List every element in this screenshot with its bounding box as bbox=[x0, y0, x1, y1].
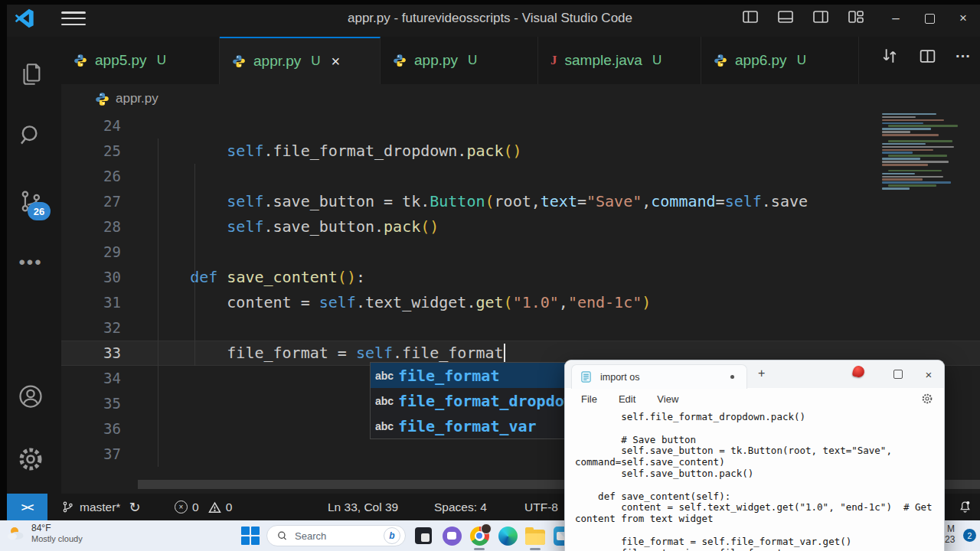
problems-status[interactable]: × 0 0 bbox=[175, 494, 232, 520]
taskbar-search[interactable]: Search b bbox=[266, 525, 406, 546]
tab-label: app6.py bbox=[735, 52, 787, 69]
tab-app6.py[interactable]: app6.pyU bbox=[701, 37, 859, 84]
line-code: self.save_button = tk.Button(root,text="… bbox=[153, 189, 808, 214]
customize-layout-icon[interactable] bbox=[847, 8, 865, 26]
notepad-menu-view[interactable]: View bbox=[652, 392, 684, 406]
chat-button[interactable] bbox=[442, 526, 462, 546]
weather-widget[interactable]: 84°F Mostly cloudy bbox=[6, 523, 83, 543]
notepad-tab[interactable]: import os bbox=[571, 364, 747, 389]
line-code: content = self.text_widget.get("1.0","en… bbox=[153, 290, 651, 315]
notepad-tab-title: import os bbox=[600, 372, 639, 383]
indentation-status[interactable]: Spaces: 4 bbox=[434, 494, 487, 520]
explorer-icon[interactable] bbox=[0, 54, 61, 95]
source-control-badge: 26 bbox=[28, 202, 51, 220]
source-control-icon[interactable]: 26 bbox=[0, 181, 61, 222]
file-explorer-icon[interactable] bbox=[525, 526, 545, 546]
code-line-30[interactable]: 30 def save_content(): bbox=[61, 265, 980, 290]
search-placeholder: Search bbox=[295, 530, 384, 542]
bell-icon bbox=[958, 500, 972, 514]
menu-hamburger-icon[interactable] bbox=[61, 11, 86, 25]
notepad-content[interactable]: self.file_format_dropdown.pack() # Save … bbox=[565, 409, 944, 551]
notepad-close-button[interactable]: × bbox=[913, 360, 944, 388]
symbol-text-icon: abc bbox=[371, 370, 398, 382]
minimize-button[interactable]: – bbox=[879, 0, 913, 37]
git-status-badge: U bbox=[157, 53, 166, 68]
python-icon bbox=[714, 54, 727, 67]
suggest-label: file_format_var bbox=[398, 417, 537, 435]
line-number: 30 bbox=[61, 265, 121, 290]
account-icon[interactable] bbox=[0, 376, 61, 417]
line-code: def save_content(): bbox=[153, 265, 365, 290]
cursor-position[interactable]: Ln 33, Col 39 bbox=[328, 494, 398, 520]
branch-name: master* bbox=[80, 500, 120, 514]
notepad-new-tab-button[interactable]: + bbox=[758, 367, 765, 380]
code-line-27[interactable]: 27 self.save_button = tk.Button(root,tex… bbox=[61, 189, 980, 214]
code-line-31[interactable]: 31 content = self.text_widget.get("1.0",… bbox=[61, 290, 980, 315]
branch-icon bbox=[61, 500, 74, 514]
toggle-panel-icon[interactable] bbox=[776, 8, 795, 26]
split-editor-icon[interactable] bbox=[918, 47, 937, 66]
remote-indicator[interactable]: >< bbox=[7, 494, 47, 520]
error-icon: × bbox=[175, 500, 188, 514]
close-button[interactable]: × bbox=[946, 0, 980, 37]
swap-editors-icon[interactable] bbox=[880, 46, 900, 66]
line-code: self.file_format_dropdown.pack() bbox=[153, 139, 522, 164]
notepad-restore-button[interactable] bbox=[883, 360, 913, 388]
notepad-menubar: FileEditView bbox=[565, 388, 944, 409]
sync-icon: ↻ bbox=[129, 499, 140, 516]
suggest-label: file_format bbox=[398, 367, 499, 385]
code-line-32[interactable]: 32 bbox=[61, 315, 980, 341]
search-icon[interactable] bbox=[0, 115, 61, 156]
minimap[interactable] bbox=[882, 113, 968, 191]
taskbar-clock[interactable]: M 23 2 bbox=[945, 520, 980, 551]
breadcrumb[interactable]: appr.py bbox=[61, 84, 980, 113]
tab-label: app5.py bbox=[95, 52, 147, 69]
code-line-29[interactable]: 29 bbox=[61, 240, 980, 265]
restore-button[interactable] bbox=[913, 0, 946, 37]
suggest-label: file_format_dropdown bbox=[398, 392, 583, 410]
more-views-icon[interactable]: ••• bbox=[0, 242, 61, 283]
line-number: 24 bbox=[61, 113, 121, 139]
git-status-badge: U bbox=[311, 54, 320, 69]
tab-label: app.py bbox=[414, 52, 458, 69]
notifications-bell[interactable] bbox=[958, 494, 972, 520]
symbol-text-icon: abc bbox=[371, 395, 398, 407]
indent-guide bbox=[194, 164, 195, 366]
task-view-button[interactable] bbox=[413, 526, 433, 546]
line-number: 36 bbox=[61, 416, 121, 442]
notepad-text: self.file_format_dropdown.pack() # Save … bbox=[565, 412, 944, 551]
line-number: 26 bbox=[61, 164, 121, 189]
edge-icon[interactable] bbox=[498, 526, 518, 546]
notification-badge: 2 bbox=[963, 529, 976, 542]
notepad-titlebar[interactable]: import os + × bbox=[565, 360, 944, 388]
toggle-secondary-sidebar-icon[interactable] bbox=[812, 8, 830, 26]
code-line-24[interactable]: 24 bbox=[61, 113, 980, 139]
more-actions-icon[interactable]: ··· bbox=[956, 47, 971, 65]
tab-sample.java[interactable]: Jsample.javaU bbox=[538, 37, 701, 84]
running-indicator bbox=[474, 548, 485, 550]
tab-app.py[interactable]: app.pyU bbox=[381, 37, 538, 84]
code-line-28[interactable]: 28 self.save_button.pack() bbox=[61, 214, 980, 240]
toggle-sidebar-icon[interactable] bbox=[741, 8, 760, 26]
encoding-status[interactable]: UTF-8 bbox=[524, 494, 558, 520]
code-line-25[interactable]: 25 self.file_format_dropdown.pack() bbox=[61, 139, 980, 164]
settings-gear-icon[interactable] bbox=[0, 439, 61, 480]
vscode-logo-icon bbox=[14, 8, 35, 29]
tab-close-icon[interactable]: × bbox=[332, 54, 341, 69]
tab-appr.py[interactable]: appr.pyU× bbox=[220, 37, 381, 84]
git-status-badge: U bbox=[652, 53, 662, 68]
start-button[interactable] bbox=[240, 526, 260, 546]
notepad-menu-file[interactable]: File bbox=[576, 392, 603, 406]
git-status-badge: U bbox=[797, 53, 806, 68]
git-branch-status[interactable]: master* ↻ bbox=[61, 494, 141, 520]
line-code: self.save_button.pack() bbox=[153, 214, 439, 240]
code-line-26[interactable]: 26 bbox=[61, 164, 980, 189]
notepad-menu-edit[interactable]: Edit bbox=[613, 392, 641, 406]
line-number: 29 bbox=[61, 240, 121, 265]
error-count: 0 bbox=[192, 500, 199, 514]
notepad-settings-gear-icon[interactable] bbox=[921, 393, 933, 407]
line-number: 33 bbox=[61, 341, 121, 366]
tab-app5.py[interactable]: app5.pyU bbox=[61, 37, 220, 84]
chrome-icon[interactable] bbox=[469, 526, 489, 546]
letterbox-top bbox=[0, 0, 980, 5]
